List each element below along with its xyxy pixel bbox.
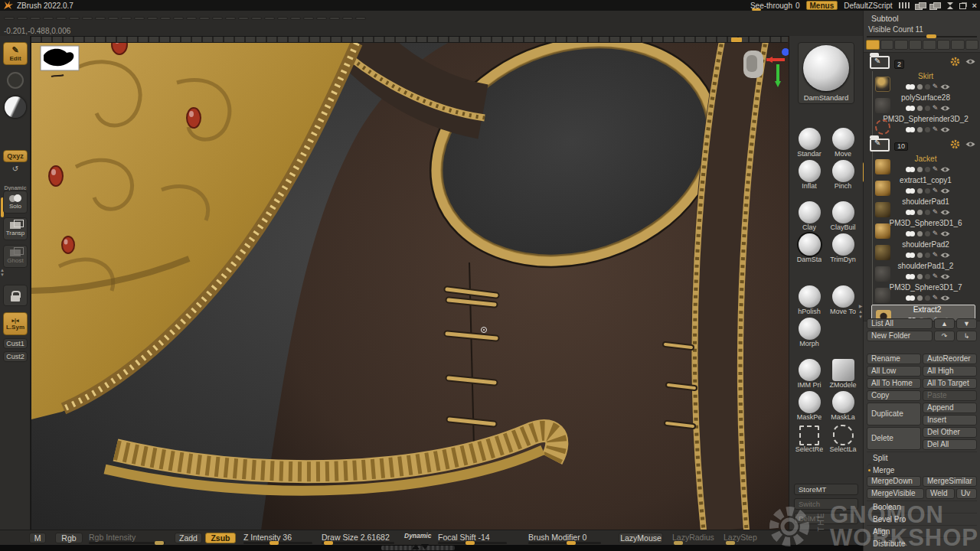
variant-tab[interactable] <box>909 40 923 50</box>
solo-button[interactable]: Solo <box>3 191 28 214</box>
gradient-circle-icon[interactable] <box>7 72 24 89</box>
menu-item[interactable] <box>95 17 106 20</box>
menu-item[interactable] <box>186 17 197 20</box>
subtool-row[interactable]: ✎ Skirt ✎ <box>864 72 980 93</box>
brush-button[interactable]: Clay <box>792 199 826 231</box>
polyframe-lock-button[interactable] <box>3 285 28 306</box>
paint-icon[interactable]: ✎ <box>933 166 939 173</box>
del-other-button[interactable]: Del Other <box>923 427 977 438</box>
menu-item[interactable] <box>277 17 288 20</box>
off-toggle[interactable] <box>925 106 930 111</box>
del-all-button[interactable]: Del All <box>923 439 977 450</box>
lazymouse-button[interactable]: LazyMouse <box>619 533 663 543</box>
polypaint-toggle[interactable] <box>906 167 911 172</box>
off-toggle[interactable] <box>925 210 930 215</box>
paint-icon[interactable]: ✎ <box>933 273 939 280</box>
paint-icon[interactable]: ✎ <box>933 230 939 237</box>
brush-button[interactable]: MaskLa <box>826 389 860 421</box>
edit-button[interactable]: ✎ Edit <box>3 42 28 65</box>
variant-tab[interactable] <box>880 40 894 50</box>
paint-icon[interactable]: ✎ <box>933 83 939 90</box>
move-into-folder-button[interactable]: ↳ <box>956 331 977 341</box>
subtool-row[interactable]: ✎ shoulderPad2 ✎ <box>864 240 980 262</box>
subtool-row[interactable]: ✎ PM3D_Sphereinder3D_2 <box>864 115 980 136</box>
paste-button[interactable]: Paste <box>923 390 977 401</box>
polypaint-toggle[interactable] <box>906 253 911 258</box>
m-button[interactable]: M <box>29 533 46 543</box>
half-toggle[interactable] <box>917 210 923 215</box>
window-stack-icon[interactable] <box>929 2 940 9</box>
align-section[interactable]: Align <box>867 525 977 537</box>
menu-item[interactable] <box>17 17 28 20</box>
visible-count-handle[interactable] <box>926 34 936 38</box>
off-toggle[interactable] <box>925 167 930 172</box>
variant-tab[interactable] <box>965 40 979 50</box>
list-all-button[interactable]: List All <box>867 318 933 329</box>
half-toggle[interactable] <box>917 188 923 194</box>
rgb-button[interactable]: Rgb <box>55 533 83 543</box>
zsub-button[interactable]: Zsub <box>205 533 236 543</box>
off-toggle[interactable] <box>925 295 930 301</box>
paint-icon[interactable]: ✎ <box>933 252 939 259</box>
subtool-row[interactable]: ✎ PM3D_Sphere3D1_7 ✎ <box>864 283 980 305</box>
half-toggle[interactable] <box>917 295 923 301</box>
polypaint-toggle[interactable] <box>906 231 911 236</box>
half-toggle[interactable] <box>917 127 923 132</box>
subtool-row[interactable]: ✎ polySurface28 ✎ <box>864 93 980 115</box>
brush-button[interactable]: TrimDyn <box>826 231 860 263</box>
variant-tab[interactable] <box>937 40 951 50</box>
polypaint-toggle[interactable] <box>906 84 911 90</box>
menu-item[interactable] <box>238 17 249 20</box>
subtool-row[interactable]: ✎ PM3D_Sphere3D1_6 ✎ <box>864 219 980 240</box>
zadd-button[interactable]: Zadd <box>175 533 202 543</box>
collapse-icon[interactable] <box>946 2 953 9</box>
rgb-intensity-slider[interactable]: Rgb Intensity <box>89 533 136 542</box>
eye-icon[interactable] <box>940 83 950 90</box>
brush-modifier-slider[interactable]: Brush Modifier 0 <box>528 533 586 542</box>
subtool-row[interactable]: ✎ 2 ✎ <box>864 54 980 72</box>
switch-button[interactable]: Switch <box>794 498 858 510</box>
mergesimilar-button[interactable]: MergeSimilar <box>923 476 977 487</box>
active-brush[interactable]: DamStandard <box>798 42 854 104</box>
delmt-button[interactable]: DelMT <box>794 513 858 524</box>
subtool-row[interactable]: ✎ 10 ✎ <box>864 136 980 155</box>
ghost-button[interactable]: Ghost <box>3 245 28 268</box>
subtool-row[interactable]: ✎ Jacket ✎ <box>864 155 980 176</box>
current-material-sphere[interactable] <box>5 96 26 118</box>
menu-item[interactable] <box>225 17 236 20</box>
variant-tab[interactable] <box>866 40 880 50</box>
uv-button[interactable]: Uv <box>956 488 977 499</box>
all-high-button[interactable]: All High <box>923 366 977 377</box>
brush-button[interactable]: Morph <box>792 315 860 347</box>
menu-item[interactable] <box>251 17 262 20</box>
brush-button[interactable]: Move To <box>826 283 860 315</box>
focal-shift-slider[interactable]: Focal Shift -14 <box>438 533 490 542</box>
new-folder-button[interactable]: New Folder <box>867 331 933 341</box>
move-out-folder-button[interactable]: ↷ <box>934 331 955 341</box>
brush-button[interactable]: Standar <box>792 126 826 158</box>
mergedown-button[interactable]: MergeDown <box>867 476 921 487</box>
restore-icon[interactable] <box>959 3 966 9</box>
variant-tab[interactable] <box>951 40 965 50</box>
boolean-section[interactable]: Boolean <box>867 500 977 513</box>
menu-item[interactable] <box>4 17 15 20</box>
move-down-button[interactable]: ▼ <box>956 318 977 329</box>
paint-icon[interactable]: ✎ <box>933 126 939 133</box>
brush-button[interactable]: SelectLa <box>826 421 860 453</box>
merge-section[interactable]: Merge <box>867 464 873 476</box>
move-up-button[interactable]: ▲ <box>934 318 955 329</box>
eye-icon[interactable] <box>940 105 950 112</box>
variant-tab[interactable] <box>923 40 936 50</box>
subtool-row[interactable]: ✎ shoulderPad1_2 ✎ <box>864 262 980 283</box>
brush-button[interactable]: MaskPe <box>792 389 826 421</box>
timeline[interactable] <box>31 37 788 43</box>
off-toggle[interactable] <box>925 253 930 258</box>
quick-pick-icon[interactable] <box>915 2 926 9</box>
off-toggle[interactable] <box>925 274 930 279</box>
eye-icon[interactable] <box>940 230 950 237</box>
menu-item[interactable] <box>56 17 67 20</box>
brush-button[interactable]: Move <box>826 126 860 158</box>
paint-icon[interactable]: ✎ <box>933 105 939 112</box>
polypaint-toggle[interactable] <box>906 106 911 111</box>
eye-icon[interactable] <box>940 187 950 194</box>
